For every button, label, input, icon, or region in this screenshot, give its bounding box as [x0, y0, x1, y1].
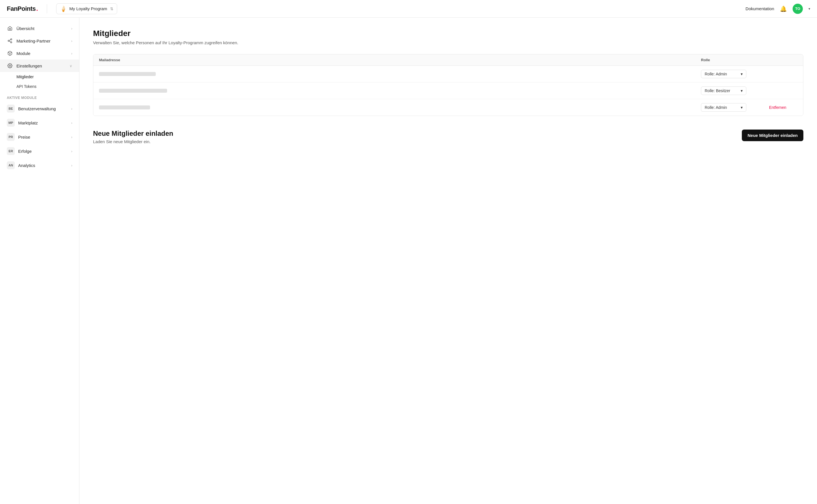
topnav-right: Dokumentation 🔔 TO ▾	[746, 4, 810, 14]
role-dropdown-1[interactable]: Rolle: Admin ▾	[701, 70, 746, 78]
sidebar-chevron-module-icon: ›	[71, 51, 72, 56]
member-email-3	[99, 105, 701, 109]
program-selector-left: 🍦 My Loyalty Program	[60, 5, 107, 12]
email-blur-2	[99, 89, 167, 93]
logo-dot: .	[36, 5, 38, 12]
sidebar-chevron-ubersicht-icon: ›	[71, 26, 72, 31]
svg-point-0	[10, 39, 12, 40]
logo-text: FanPoints	[7, 5, 36, 12]
sidebar-label-erfolge: Erfolge	[18, 149, 68, 154]
member-email-1	[99, 72, 701, 76]
invite-button[interactable]: Neue Mitglieder einladen	[742, 130, 803, 141]
sidebar-sub-item-api-tokens[interactable]: API Tokens	[0, 82, 79, 91]
top-navigation: FanPoints. 🍦 My Loyalty Program ⇅ Dokume…	[0, 0, 817, 18]
home-icon	[7, 25, 13, 31]
sidebar-label-marktplatz: Marktplatz	[18, 120, 68, 125]
table-row: Rolle: Admin ▾ Entfernen	[93, 99, 803, 116]
sidebar-einstellungen-submenu: Mitglieder API Tokens	[0, 72, 79, 91]
email-blur-3	[99, 105, 150, 109]
aktive-module-label: Aktive Module	[0, 91, 79, 101]
role-dropdown-chevron-icon-3: ▾	[741, 105, 743, 110]
logo-divider	[47, 4, 47, 13]
role-dropdown-wrapper-1: Rolle: Admin ▾	[701, 70, 763, 78]
sidebar-label-benutzerverwaltung: Benutzerverwaltung	[18, 106, 68, 111]
program-selector[interactable]: 🍦 My Loyalty Program ⇅	[56, 3, 117, 14]
sidebar-item-ubersicht[interactable]: Übersicht ›	[0, 22, 79, 35]
role-label-2: Rolle: Besitzer	[705, 88, 730, 93]
sidebar-label-preise: Preise	[18, 135, 68, 139]
sidebar-label-marketing-partner: Marketing-Partner	[16, 39, 68, 43]
badge-benutzerverwaltung: BE	[7, 105, 15, 113]
role-dropdown-2[interactable]: Rolle: Besitzer ▾	[701, 86, 746, 95]
role-label-1: Rolle: Admin	[705, 72, 727, 76]
badge-preise: PR	[7, 133, 15, 141]
sidebar: Übersicht › Marketing-Partner › Module ›…	[0, 18, 79, 504]
main-layout: Übersicht › Marketing-Partner › Module ›…	[0, 18, 817, 504]
invite-text: Neue Mitglieder einladen Laden Sie neue …	[93, 130, 173, 144]
invite-subtitle: Laden Sie neue Mitglieder ein.	[93, 139, 173, 144]
main-content: Mitglieder Verwalten Sie, welche Persone…	[79, 18, 817, 504]
table-row: Rolle: Besitzer ▾	[93, 82, 803, 99]
program-icon: 🍦	[60, 5, 67, 12]
role-dropdown-chevron-icon-2: ▾	[741, 88, 743, 93]
sidebar-item-benutzerverwaltung[interactable]: BE Benutzerverwaltung ›	[0, 101, 79, 116]
sidebar-label-analytics: Analytics	[18, 163, 68, 168]
col-header-email: Mailadresse	[99, 58, 701, 62]
table-header: Mailadresse Rolle	[93, 54, 803, 66]
program-selector-chevron-icon: ⇅	[110, 7, 113, 11]
sidebar-chevron-marketing-partner-icon: ›	[71, 39, 72, 43]
email-blur-1	[99, 72, 156, 76]
sidebar-chevron-preise-icon: ›	[71, 135, 72, 139]
sidebar-chevron-benutzerverwaltung-icon: ›	[71, 107, 72, 111]
box-icon	[7, 50, 13, 56]
sidebar-item-analytics[interactable]: AN Analytics ›	[0, 158, 79, 172]
documentation-link[interactable]: Dokumentation	[746, 6, 774, 11]
gear-icon	[7, 63, 13, 69]
sidebar-item-module[interactable]: Module ›	[0, 47, 79, 60]
svg-point-1	[8, 40, 9, 42]
member-email-2	[99, 89, 701, 93]
sidebar-chevron-analytics-icon: ›	[71, 163, 72, 168]
badge-marktplatz: MP	[7, 119, 15, 127]
sidebar-sub-item-mitglieder[interactable]: Mitglieder	[0, 72, 79, 82]
sidebar-item-marketing-partner[interactable]: Marketing-Partner ›	[0, 35, 79, 47]
invite-header-row: Neue Mitglieder einladen Laden Sie neue …	[93, 130, 803, 144]
role-dropdown-wrapper-2: Rolle: Besitzer ▾	[701, 86, 763, 95]
sidebar-label-einstellungen: Einstellungen	[16, 63, 66, 68]
invite-title: Neue Mitglieder einladen	[93, 130, 173, 137]
bell-icon[interactable]: 🔔	[780, 5, 787, 12]
sidebar-label-module: Module	[16, 51, 68, 56]
svg-point-6	[9, 65, 11, 67]
svg-line-4	[9, 40, 10, 41]
sidebar-item-erfolge[interactable]: ER Erfolge ›	[0, 144, 79, 158]
sidebar-item-einstellungen[interactable]: Einstellungen ∨	[0, 60, 79, 72]
program-name: My Loyalty Program	[69, 6, 107, 11]
sidebar-chevron-marktplatz-icon: ›	[71, 121, 72, 125]
sidebar-item-marktplatz[interactable]: MP Marktplatz ›	[0, 116, 79, 130]
role-dropdown-wrapper-3: Rolle: Admin ▾	[701, 103, 763, 112]
avatar[interactable]: TO	[793, 4, 803, 14]
sidebar-item-preise[interactable]: PR Preise ›	[0, 130, 79, 144]
page-subtitle: Verwalten Sie, welche Personen auf Ihr L…	[93, 40, 803, 45]
role-label-3: Rolle: Admin	[705, 105, 727, 110]
avatar-chevron-icon[interactable]: ▾	[808, 7, 810, 11]
role-dropdown-3[interactable]: Rolle: Admin ▾	[701, 103, 746, 112]
sidebar-label-ubersicht: Übersicht	[16, 26, 68, 31]
role-dropdown-chevron-icon-1: ▾	[741, 72, 743, 76]
svg-point-2	[10, 42, 12, 43]
invite-section: Neue Mitglieder einladen Laden Sie neue …	[93, 130, 803, 144]
page-title: Mitglieder	[93, 29, 803, 38]
members-table: Mailadresse Rolle Rolle: Admin ▾	[93, 54, 803, 116]
table-row: Rolle: Admin ▾	[93, 66, 803, 82]
svg-line-3	[9, 41, 10, 42]
badge-erfolge: ER	[7, 147, 15, 155]
sidebar-chevron-einstellungen-icon: ∨	[69, 64, 72, 68]
col-header-role: Rolle	[701, 58, 763, 62]
badge-analytics: AN	[7, 161, 15, 169]
logo: FanPoints.	[7, 5, 38, 12]
remove-button-3[interactable]: Entfernen	[769, 105, 786, 110]
row-action-3: Entfernen	[763, 105, 797, 110]
share-icon	[7, 38, 13, 44]
sidebar-chevron-erfolge-icon: ›	[71, 149, 72, 153]
